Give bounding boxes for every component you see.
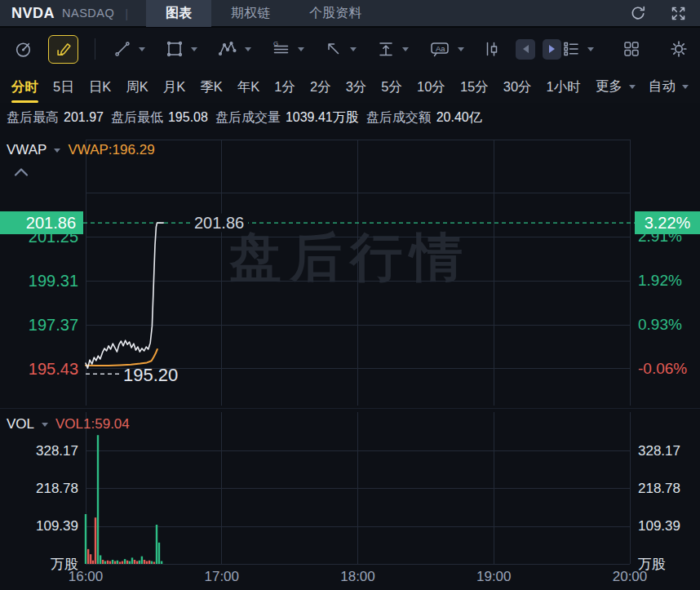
chevron-down-icon: [629, 85, 636, 89]
measure-icon[interactable]: [376, 39, 409, 59]
fullscreen-icon[interactable]: [670, 5, 687, 22]
timeframe-日K[interactable]: 日K: [89, 70, 112, 103]
volume-axis-label: 328.17: [638, 443, 680, 459]
volume-unit-label: 万股: [0, 555, 78, 574]
svg-text:Aa: Aa: [436, 44, 445, 53]
price-axis-label: 199.31: [0, 272, 78, 291]
text-icon[interactable]: Aa: [428, 38, 464, 60]
timeframe-1小时[interactable]: 1小时: [547, 70, 581, 103]
vol-label[interactable]: VOL: [7, 416, 34, 433]
price-axis-label: 197.37: [0, 315, 78, 334]
volume-axis-label: 109.39: [0, 518, 78, 535]
tab-option-chain[interactable]: 期权链: [211, 0, 290, 27]
more-label: 更多: [596, 78, 622, 95]
vol-indicator-row: VOL VOL1:59.04: [7, 416, 130, 433]
vwap-value: VWAP:196.29: [68, 142, 154, 158]
rectangle-icon[interactable]: [165, 39, 197, 59]
symbol-title: NVDA: [11, 5, 55, 22]
vwap-label[interactable]: VWAP: [7, 142, 47, 158]
stat-item: 盘后最高201.97: [7, 109, 104, 126]
chevron-down-icon[interactable]: [54, 149, 60, 153]
timeframe-周K[interactable]: 周K: [126, 70, 148, 103]
current-price-floating-label: 201.86: [190, 214, 248, 233]
refresh-icon[interactable]: [629, 4, 647, 22]
volume-axis-label: 328.17: [0, 443, 78, 459]
volume-bars: [85, 435, 162, 564]
timeframe-15分[interactable]: 15分: [460, 70, 489, 103]
grid-layout-icon[interactable]: [622, 39, 641, 59]
price-axis-label: 195.43: [0, 359, 78, 378]
chevron-down-icon[interactable]: [402, 47, 409, 51]
chart-style-auto[interactable]: 自动: [649, 78, 689, 95]
chevron-down-icon[interactable]: [245, 47, 251, 51]
percent-axis-label: 0.93%: [638, 316, 682, 334]
timeframe-年K[interactable]: 年K: [237, 70, 260, 103]
gann-lines-icon[interactable]: G: [271, 39, 304, 59]
after-hours-stats: 盘后最高201.97盘后最低195.08盘后成交量1039.41万股盘后成交额2…: [0, 103, 700, 132]
volume-axis-label: 218.78: [638, 481, 680, 497]
timeframe-分时[interactable]: 分时: [11, 70, 38, 103]
candle-ruler-icon[interactable]: [482, 38, 502, 60]
top-bar: NVDA NASDAQ | 图表 期权链 个股资料: [0, 0, 700, 28]
vwap-indicator-row: VWAP VWAP:196.29: [7, 142, 155, 158]
chevron-down-icon: [682, 85, 689, 89]
tab-chart[interactable]: 图表: [146, 0, 211, 27]
toolbar-divider: [95, 38, 95, 60]
chevron-down-icon[interactable]: [42, 423, 48, 427]
timeframe-2分[interactable]: 2分: [310, 70, 331, 103]
time-axis-label: 16:00: [69, 569, 104, 585]
wave-icon[interactable]: [217, 39, 251, 59]
timeframe-月K[interactable]: 月K: [163, 70, 186, 103]
drawing-toolbar: G Aa: [0, 28, 700, 70]
chevron-down-icon[interactable]: [298, 47, 304, 51]
divider: |: [125, 7, 128, 20]
svg-text:G: G: [273, 40, 278, 47]
gauge-icon[interactable]: [13, 38, 34, 60]
price-line: [86, 223, 163, 368]
trend-line-icon[interactable]: [113, 39, 145, 59]
timeframe-3分[interactable]: 3分: [346, 70, 367, 103]
chevron-down-icon[interactable]: [587, 47, 594, 51]
time-axis-label: 17:00: [204, 569, 239, 585]
settings-gear-icon[interactable]: [669, 39, 689, 59]
current-price-badge: 201.86: [0, 211, 83, 234]
current-pct-badge: 3.22%: [635, 211, 700, 234]
grid-lines: [0, 140, 700, 564]
volume-axis-label: 218.78: [0, 481, 78, 497]
open-reference-label: 195.20: [123, 365, 178, 386]
drawing-list-icon[interactable]: [561, 39, 594, 59]
time-axis-label: 18:00: [340, 569, 375, 585]
timeframe-30分[interactable]: 30分: [503, 70, 532, 103]
volume-axis-label: 109.39: [638, 518, 680, 535]
timeframe-10分[interactable]: 10分: [417, 70, 445, 103]
stat-item: 盘后成交额20.40亿: [366, 109, 482, 126]
chevron-down-icon[interactable]: [458, 47, 464, 51]
prev-icon[interactable]: [516, 39, 534, 60]
vwap-line: [86, 349, 157, 366]
exchange-label: NASDAQ: [62, 7, 114, 20]
timeframe-bar: 分时5日日K周K月K季K年K1分2分3分5分10分15分30分1小时 更多 自动: [0, 70, 700, 103]
tab-stock-profile[interactable]: 个股资料: [290, 0, 381, 27]
draw-pencil-icon[interactable]: [48, 35, 78, 64]
time-axis-label: 20:00: [613, 569, 648, 585]
collapse-chevron-icon[interactable]: [13, 166, 29, 181]
time-axis-label: 19:00: [476, 569, 512, 585]
percent-axis-label: 1.92%: [638, 272, 682, 290]
timeframe-5日[interactable]: 5日: [53, 70, 74, 103]
chart-window: 盘后行情 NVDA NASDAQ | 图表 期权链 个股资料: [0, 0, 700, 590]
timeframe-5分[interactable]: 5分: [381, 70, 402, 103]
timeframe-季K[interactable]: 季K: [200, 70, 223, 103]
stat-item: 盘后成交量1039.41万股: [215, 109, 359, 126]
arrow-icon[interactable]: [324, 39, 357, 59]
auto-label: 自动: [649, 78, 676, 95]
chevron-down-icon[interactable]: [350, 47, 357, 51]
stat-item: 盘后最低195.08: [111, 109, 208, 126]
timeframe-more[interactable]: 更多: [596, 78, 636, 95]
chevron-down-icon[interactable]: [139, 47, 145, 51]
timeframe-1分[interactable]: 1分: [274, 70, 295, 103]
chevron-down-icon[interactable]: [191, 47, 197, 51]
percent-axis-label: -0.06%: [638, 360, 687, 378]
next-icon[interactable]: [543, 39, 561, 60]
vol-value: VOL1:59.04: [55, 416, 130, 433]
